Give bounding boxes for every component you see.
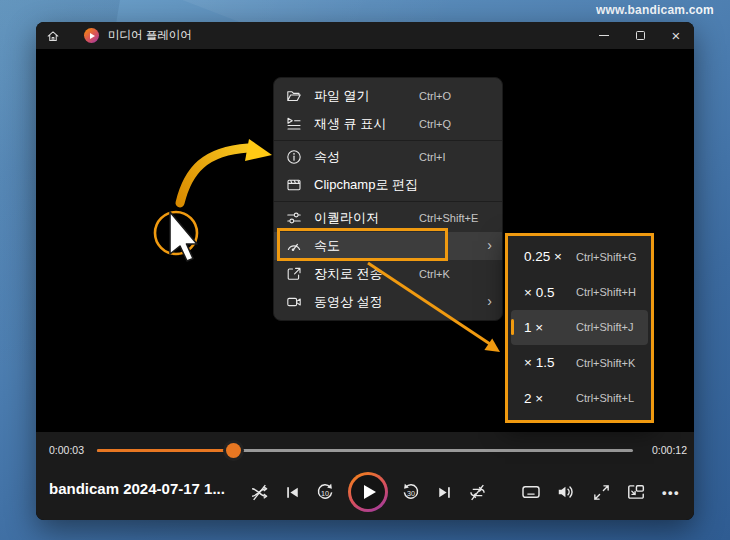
minimize-button[interactable] bbox=[586, 22, 622, 49]
forward-30-button[interactable]: 30 bbox=[401, 482, 421, 502]
window-controls: × bbox=[586, 22, 694, 49]
submenu-item-shortcut: Ctrl+Shift+J bbox=[576, 321, 633, 333]
fullscreen-button[interactable] bbox=[591, 482, 611, 502]
submenu-item-label: × 0.5 bbox=[524, 285, 576, 300]
repeat-off-icon bbox=[468, 483, 487, 502]
menu-item-shortcut: Ctrl+Shift+E bbox=[419, 212, 491, 224]
context-menu: 파일 열기 Ctrl+O 재생 큐 표시 Ctrl+Q 속성 Ctrl+I Cl… bbox=[273, 77, 503, 321]
submenu-item-speed-1x[interactable]: 1 × Ctrl+Shift+J bbox=[511, 310, 648, 345]
submenu-item-shortcut: Ctrl+Shift+G bbox=[576, 251, 637, 263]
rewind-10-icon: 10 bbox=[315, 482, 335, 502]
menu-item-speed[interactable]: 속도 › bbox=[274, 232, 502, 260]
submenu-item-label: 2 × bbox=[524, 391, 576, 406]
menu-item-cast-to-device[interactable]: 장치로 전송 Ctrl+K bbox=[274, 260, 502, 288]
home-icon bbox=[46, 29, 60, 43]
menu-item-label: Clipchamp로 편집 bbox=[314, 176, 418, 194]
next-track-icon bbox=[435, 483, 454, 502]
menu-item-shortcut: Ctrl+K bbox=[419, 268, 491, 280]
close-button[interactable]: × bbox=[658, 22, 694, 49]
menu-item-label: 동영상 설정 bbox=[314, 293, 383, 311]
submenu-item-shortcut: Ctrl+Shift+H bbox=[576, 286, 636, 298]
control-row: bandicam 2024-07-17 1... bbox=[36, 464, 694, 520]
video-settings-icon bbox=[285, 294, 302, 311]
more-options-button[interactable]: ••• bbox=[661, 482, 681, 502]
volume-icon bbox=[556, 482, 576, 502]
play-icon bbox=[351, 475, 385, 509]
playback-bar: 0:00:03 0:00:12 bandicam 2024-07-17 1... bbox=[36, 432, 694, 520]
folder-open-icon bbox=[285, 88, 302, 105]
submenu-item-label: 1 × bbox=[524, 320, 576, 335]
submenu-item-shortcut: Ctrl+Shift+L bbox=[576, 392, 634, 404]
subtitles-button[interactable] bbox=[521, 482, 541, 502]
maximize-icon bbox=[636, 31, 645, 40]
menu-item-label: 이퀄라이저 bbox=[314, 209, 379, 227]
menu-item-edit-with-clipchamp[interactable]: Clipchamp로 편집 bbox=[274, 171, 502, 199]
previous-button[interactable] bbox=[282, 482, 302, 502]
info-icon bbox=[285, 149, 302, 166]
submenu-item-speed-2x[interactable]: 2 × Ctrl+Shift+L bbox=[511, 381, 648, 416]
clipchamp-icon bbox=[285, 177, 302, 194]
repeat-off-button[interactable] bbox=[467, 482, 487, 502]
menu-separator bbox=[274, 201, 502, 202]
play-button[interactable] bbox=[348, 472, 388, 512]
submenu-item-speed-1-5x[interactable]: × 1.5 Ctrl+Shift+K bbox=[511, 345, 648, 380]
shuffle-off-icon bbox=[250, 483, 269, 502]
fullscreen-icon bbox=[592, 483, 611, 502]
forward-30-icon: 30 bbox=[401, 482, 421, 502]
svg-text:10: 10 bbox=[321, 490, 329, 498]
close-icon: × bbox=[672, 28, 681, 43]
menu-item-properties[interactable]: 속성 Ctrl+I bbox=[274, 143, 502, 171]
transport-controls: 10 30 bbox=[249, 464, 487, 520]
total-time: 0:00:12 bbox=[652, 444, 687, 456]
media-player-app-icon bbox=[84, 28, 99, 43]
chevron-right-icon: › bbox=[487, 293, 492, 309]
submenu-item-label: 0.25 × bbox=[524, 249, 576, 264]
cast-icon bbox=[285, 266, 302, 283]
mini-player-icon bbox=[626, 482, 646, 502]
menu-item-label: 재생 큐 표시 bbox=[314, 115, 386, 133]
submenu-item-label: × 1.5 bbox=[524, 355, 576, 370]
menu-item-label: 속성 bbox=[314, 148, 340, 166]
selected-indicator bbox=[511, 319, 514, 335]
menu-item-show-play-queue[interactable]: 재생 큐 표시 Ctrl+Q bbox=[274, 110, 502, 138]
mini-player-button[interactable] bbox=[626, 482, 646, 502]
submenu-item-speed-0-5x[interactable]: × 0.5 Ctrl+Shift+H bbox=[511, 274, 648, 309]
screenshot-canvas: www.bandicam.com 미디어 플레이어 × 0:00:03 bbox=[0, 0, 730, 540]
maximize-button[interactable] bbox=[622, 22, 658, 49]
menu-item-video-settings[interactable]: 동영상 설정 › bbox=[274, 288, 502, 316]
menu-item-label: 속도 bbox=[314, 237, 340, 255]
elapsed-time: 0:00:03 bbox=[49, 444, 84, 456]
submenu-item-shortcut: Ctrl+Shift+K bbox=[576, 357, 635, 369]
minimize-icon bbox=[599, 35, 609, 36]
window-title: 미디어 플레이어 bbox=[108, 28, 192, 43]
bandicam-watermark: www.bandicam.com bbox=[596, 3, 714, 17]
previous-track-icon bbox=[283, 483, 302, 502]
submenu-item-speed-0-25x[interactable]: 0.25 × Ctrl+Shift+G bbox=[511, 239, 648, 274]
svg-text:30: 30 bbox=[407, 490, 415, 498]
menu-item-open-file[interactable]: 파일 열기 Ctrl+O bbox=[274, 82, 502, 110]
menu-item-label: 장치로 전송 bbox=[314, 265, 383, 283]
menu-item-shortcut: Ctrl+O bbox=[419, 90, 491, 102]
secondary-controls: ••• bbox=[521, 464, 681, 520]
chevron-right-icon: › bbox=[487, 237, 492, 253]
rewind-10-button[interactable]: 10 bbox=[315, 482, 335, 502]
speed-submenu: 0.25 × Ctrl+Shift+G × 0.5 Ctrl+Shift+H 1… bbox=[505, 233, 654, 423]
media-title: bandicam 2024-07-17 1... bbox=[49, 480, 225, 497]
ellipsis-icon: ••• bbox=[662, 485, 680, 500]
next-button[interactable] bbox=[434, 482, 454, 502]
menu-item-equalizer[interactable]: 이퀄라이저 Ctrl+Shift+E bbox=[274, 204, 502, 232]
subtitles-icon bbox=[521, 482, 541, 502]
equalizer-icon bbox=[285, 210, 302, 227]
seek-thumb[interactable] bbox=[226, 443, 241, 458]
titlebar: 미디어 플레이어 × bbox=[36, 22, 694, 49]
shuffle-off-button[interactable] bbox=[249, 482, 269, 502]
menu-separator bbox=[274, 140, 502, 141]
home-button[interactable] bbox=[36, 22, 70, 49]
menu-item-shortcut: Ctrl+Q bbox=[419, 118, 491, 130]
seek-row: 0:00:03 0:00:12 bbox=[36, 441, 694, 459]
volume-button[interactable] bbox=[556, 482, 576, 502]
speed-icon bbox=[285, 238, 302, 255]
progress-fill bbox=[97, 449, 234, 452]
play-queue-icon bbox=[285, 116, 302, 133]
seek-bar[interactable] bbox=[97, 449, 633, 452]
